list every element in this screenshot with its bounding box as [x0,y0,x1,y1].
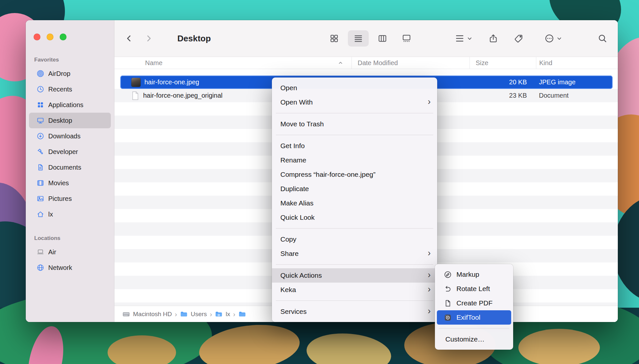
menu-item-share[interactable]: Share› [272,246,437,261]
submenu-arrow-icon: › [428,97,431,106]
path-crumb-users[interactable]: Users [180,310,207,318]
menu-item-label: Make Alias [280,199,314,207]
sidebar-item-airdrop[interactable]: AirDrop [29,66,111,81]
window-title: Desktop [177,34,211,44]
column-header-kind[interactable]: Kind [536,57,618,69]
path-crumb-macintosh-hd[interactable]: Macintosh HD [122,310,172,318]
markup-icon [443,270,452,279]
globe-icon [36,263,45,272]
sidebar-item-downloads[interactable]: Downloads [29,128,111,144]
menu-item-services[interactable]: Services› [272,304,437,319]
gallery-view-button[interactable] [396,30,417,47]
sidebar-item-label: Downloads [48,133,81,140]
menu-item-rename[interactable]: Rename [272,153,437,167]
sidebar-item-label: Desktop [48,117,72,124]
close-button[interactable] [34,34,40,40]
menu-separator [276,301,433,301]
sidebar-item-documents[interactable]: Documents [29,160,111,175]
chevron-down-icon [467,36,472,41]
share-button[interactable] [486,30,500,47]
downloads-icon [36,132,45,140]
more-actions-button[interactable] [541,30,565,47]
sidebar: Favorites AirDrop Recents Applications [26,20,114,322]
menu-item-make-alias[interactable]: Make Alias [272,196,437,210]
film-icon [36,179,45,187]
column-header-name[interactable]: Name [114,57,351,69]
forward-button[interactable] [142,31,155,46]
crumb-separator-icon: › [233,311,235,317]
share-icon [488,34,498,43]
quick-actions-submenu: Markup Rotate Left Create PDF ExifTool C… [435,264,513,350]
submenu-item-exiftool[interactable]: ExifTool [437,310,511,325]
menu-item-open[interactable]: Open [272,81,437,95]
airdrop-icon [36,69,45,78]
icon-view-button[interactable] [324,30,345,47]
column-header-kind-label: Kind [539,59,552,67]
menu-item-copy[interactable]: Copy [272,232,437,246]
search-icon [598,34,607,43]
menu-item-label: Share [280,250,299,258]
menu-item-label: Rename [280,156,306,164]
home-icon [36,210,45,218]
column-header-size-label: Size [476,59,488,67]
submenu-item-label: ExifTool [456,314,481,321]
submenu-item-label: Create PDF [456,299,493,307]
sidebar-item-label: Movies [48,179,69,187]
toolbar: Desktop [114,20,618,57]
file-name: hair-force-one.jpeg_original [143,92,222,99]
grid-view-icon [329,34,339,43]
sidebar-item-recents[interactable]: Recents [29,81,111,97]
back-button[interactable] [123,31,136,46]
path-crumb-home[interactable]: lx [215,310,230,318]
applications-icon [36,101,45,109]
jpeg-thumbnail-icon [131,78,141,87]
submenu-item-create-pdf[interactable]: Create PDF [437,296,511,310]
submenu-item-markup[interactable]: Markup [437,267,511,282]
sidebar-item-label: Developer [48,148,78,156]
tag-button[interactable] [512,30,526,47]
search-button[interactable] [595,30,610,47]
sidebar-item-label: AirDrop [48,70,70,77]
menu-item-duplicate[interactable]: Duplicate [272,182,437,196]
list-view-button[interactable] [348,30,369,47]
file-size: 23 KB [469,92,536,99]
column-view-button[interactable] [372,30,393,47]
photo-icon [36,194,45,203]
sidebar-item-movies[interactable]: Movies [29,175,111,191]
submenu-arrow-icon: › [428,249,431,258]
zoom-button[interactable] [60,34,67,40]
menu-item-quick-actions[interactable]: Quick Actions› [272,268,437,283]
crumb-separator-icon: › [175,311,177,317]
chevron-down-icon [557,36,562,41]
group-by-button[interactable] [450,30,476,47]
menu-item-label: Get Info [280,142,305,150]
submenu-item-label: Markup [456,271,479,278]
tag-icon [514,34,524,43]
sidebar-item-pictures[interactable]: Pictures [29,191,111,206]
sidebar-item-network[interactable]: Network [29,260,111,275]
sidebar-item-air[interactable]: Air [29,244,111,260]
sidebar-item-label: Pictures [48,195,72,203]
menu-item-quick-look[interactable]: Quick Look [272,210,437,225]
menu-item-label: Services [280,308,307,315]
document-icon [36,163,45,172]
column-header-date-modified[interactable]: Date Modified [351,57,469,69]
path-crumb-partial[interactable] [238,310,246,318]
menu-item-move-to-trash[interactable]: Move to Trash [272,117,437,131]
sidebar-item-label: lx [48,211,53,218]
menu-item-get-info[interactable]: Get Info [272,139,437,153]
column-header-size[interactable]: Size [469,57,536,69]
sidebar-item-applications[interactable]: Applications [29,97,111,113]
menu-item-open-with[interactable]: Open With› [272,95,437,109]
submenu-item-customize[interactable]: Customize… [437,332,511,346]
hammer-icon [36,147,45,156]
minimize-button[interactable] [47,34,53,40]
menu-item-compress[interactable]: Compress “hair-force-one.jpeg” [272,167,437,182]
column-header-date-label: Date Modified [358,59,398,67]
menu-item-keka[interactable]: Keka› [272,283,437,297]
path-crumb-label: Macintosh HD [133,311,172,318]
submenu-item-rotate-left[interactable]: Rotate Left [437,282,511,296]
sidebar-item-desktop[interactable]: Desktop [29,113,111,128]
sidebar-item-home[interactable]: lx [29,206,111,222]
sidebar-item-developer[interactable]: Developer [29,144,111,160]
